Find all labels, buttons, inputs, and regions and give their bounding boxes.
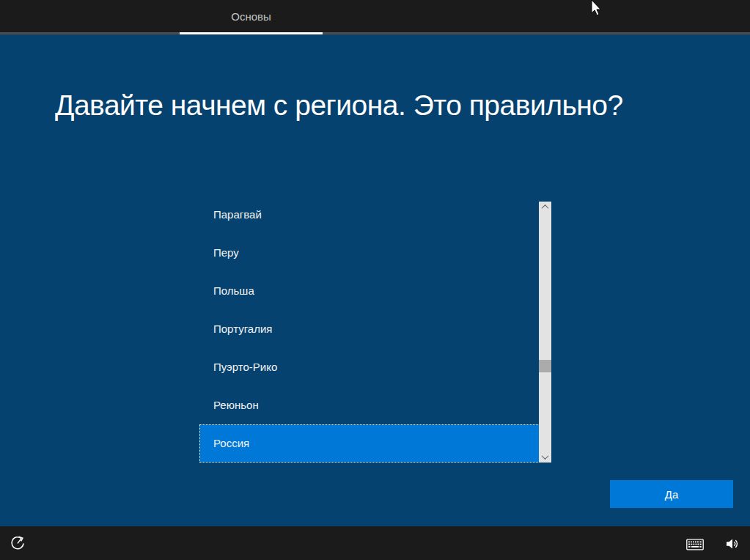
scroll-up-button[interactable] [539,202,551,213]
region-option[interactable]: Перу [199,234,541,272]
page-title: Давайте начнем с региона. Это правильно? [55,89,715,122]
tab-basics: Основы [180,0,323,32]
region-option[interactable]: Пуэрто-Рико [199,348,541,386]
region-option[interactable]: Парагвай [199,196,541,234]
chevron-up-icon [542,205,549,212]
keyboard-icon [686,539,704,553]
bottom-bar [0,526,750,560]
top-bar-border [0,32,750,34]
region-option-selected[interactable]: Россия [199,424,541,463]
list-scrollbar[interactable] [539,202,551,463]
top-bar [0,0,750,32]
region-option[interactable]: Польша [199,272,541,310]
keyboard-button[interactable] [685,537,705,553]
region-list: Парагвай Перу Польша Португалия Пуэрто-Р… [199,196,541,463]
tab-basics-underline [180,32,323,34]
scroll-down-button[interactable] [539,452,551,463]
ease-of-access-button[interactable] [7,534,28,554]
region-option[interactable]: Португалия [199,310,541,348]
region-option[interactable]: Реюньон [199,386,541,424]
yes-button[interactable]: Да [610,480,733,508]
scrollbar-thumb[interactable] [539,360,551,372]
oobe-screen: Основы Давайте начнем с региона. Это пра… [0,0,750,560]
volume-icon [724,537,739,553]
ease-of-access-icon [9,534,26,554]
volume-button[interactable] [723,536,740,553]
chevron-down-icon [542,452,549,460]
